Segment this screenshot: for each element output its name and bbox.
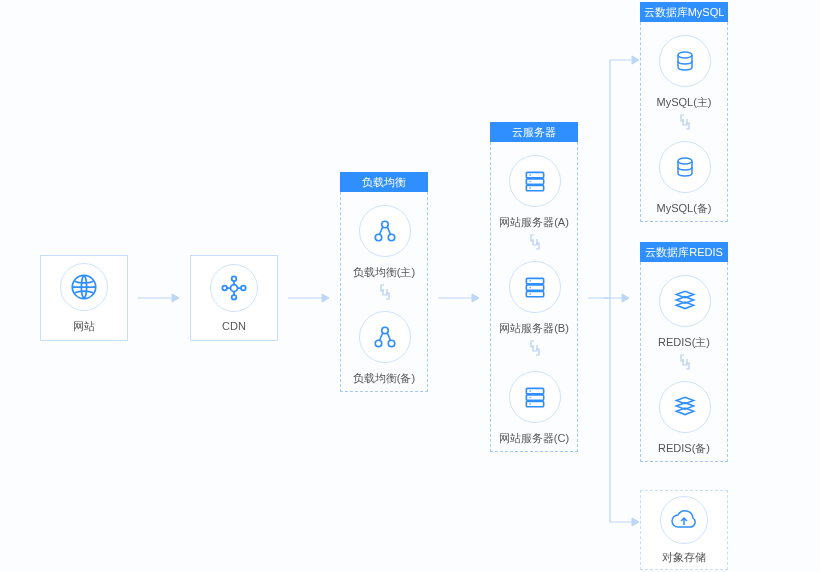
svg-rect-15 [526, 278, 543, 283]
node-label: CDN [222, 320, 246, 332]
node-label: 对象存储 [662, 550, 706, 565]
svg-point-22 [678, 158, 692, 164]
link-icon [678, 353, 692, 371]
mysql-backup-icon [659, 141, 711, 193]
svg-rect-13 [526, 179, 543, 184]
node-label: 网站 [73, 319, 95, 334]
group-mysql: 云数据库MySQL MySQL(主) MySQL(备) [640, 2, 728, 222]
redis-primary-label: REDIS(主) [641, 335, 727, 350]
link-icon [678, 113, 692, 131]
server-c-icon [509, 371, 561, 423]
server-b-icon [509, 261, 561, 313]
mysql-primary-icon [659, 35, 711, 87]
link-icon [378, 283, 392, 301]
link-icon [528, 339, 542, 357]
link-icon [528, 233, 542, 251]
node-cdn: CDN [190, 255, 278, 341]
arrow-icon [288, 293, 330, 303]
cloud-upload-icon [660, 496, 708, 544]
server-b-label: 网站服务器(B) [491, 321, 577, 336]
redis-backup-icon [659, 381, 711, 433]
svg-rect-16 [526, 285, 543, 290]
arrow-icon [138, 293, 180, 303]
svg-point-3 [241, 286, 246, 291]
arrow-icon [438, 293, 480, 303]
svg-point-5 [232, 295, 237, 300]
node-object-storage: 对象存储 [640, 490, 728, 570]
server-a-icon [509, 155, 561, 207]
mysql-primary-label: MySQL(主) [641, 95, 727, 110]
svg-rect-12 [526, 172, 543, 177]
globe-icon [60, 263, 108, 311]
svg-point-21 [678, 52, 692, 58]
cdn-icon [210, 264, 258, 312]
lb-backup-label: 负载均衡(备) [341, 371, 427, 386]
group-header: 云数据库MySQL [640, 2, 728, 22]
svg-point-8 [388, 234, 395, 241]
group-redis: 云数据库REDIS REDIS(主) REDIS(备) [640, 242, 728, 462]
svg-rect-20 [526, 401, 543, 406]
svg-rect-19 [526, 395, 543, 400]
svg-point-10 [375, 340, 382, 347]
connector-line [604, 55, 640, 305]
svg-point-1 [231, 285, 238, 292]
group-cloud-servers: 云服务器 网站服务器(A) 网站服务器(B) 网站服务器(C) [490, 122, 578, 452]
server-c-label: 网站服务器(C) [491, 431, 577, 446]
connector-line [604, 298, 640, 528]
server-a-label: 网站服务器(A) [491, 215, 577, 230]
group-load-balancer: 负载均衡 负载均衡(主) 负载均衡(备) [340, 172, 428, 392]
svg-point-4 [232, 276, 237, 281]
svg-rect-17 [526, 291, 543, 296]
lb-backup-icon [359, 311, 411, 363]
group-header: 负载均衡 [340, 172, 428, 192]
group-header: 云数据库REDIS [640, 242, 728, 262]
svg-rect-14 [526, 185, 543, 190]
lb-primary-label: 负载均衡(主) [341, 265, 427, 280]
svg-rect-18 [526, 388, 543, 393]
group-header: 云服务器 [490, 122, 578, 142]
svg-point-2 [222, 286, 227, 291]
mysql-backup-label: MySQL(备) [641, 201, 727, 216]
redis-primary-icon [659, 275, 711, 327]
redis-backup-label: REDIS(备) [641, 441, 727, 456]
lb-primary-icon [359, 205, 411, 257]
svg-point-11 [388, 340, 395, 347]
node-website: 网站 [40, 255, 128, 341]
svg-point-7 [375, 234, 382, 241]
